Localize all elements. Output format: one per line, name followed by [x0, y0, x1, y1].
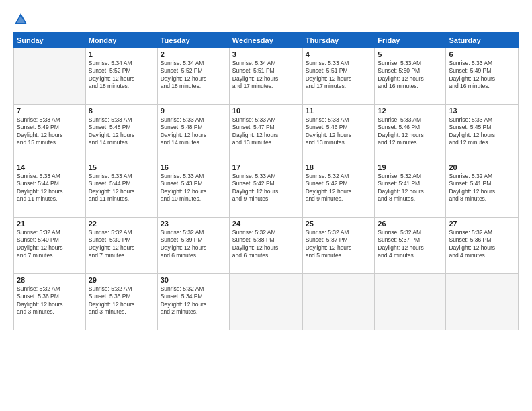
- calendar-week-row: 14Sunrise: 5:33 AM Sunset: 5:44 PM Dayli…: [14, 161, 519, 218]
- day-number: 8: [89, 107, 154, 115]
- calendar-day-cell: 19Sunrise: 5:32 AM Sunset: 5:41 PM Dayli…: [375, 161, 446, 218]
- calendar-week-row: 7Sunrise: 5:33 AM Sunset: 5:49 PM Daylig…: [14, 105, 519, 161]
- calendar-day-cell: 17Sunrise: 5:33 AM Sunset: 5:42 PM Dayli…: [229, 161, 302, 218]
- calendar-header-tuesday: Tuesday: [157, 33, 229, 48]
- day-number: 22: [89, 220, 154, 228]
- calendar-day-cell: 14Sunrise: 5:33 AM Sunset: 5:44 PM Dayli…: [14, 161, 86, 218]
- calendar-header-friday: Friday: [375, 33, 446, 48]
- day-info: Sunrise: 5:32 AM Sunset: 5:36 PM Dayligh…: [449, 229, 515, 260]
- logo-icon: [13, 12, 28, 27]
- calendar-day-cell: [14, 48, 86, 105]
- calendar-day-cell: 10Sunrise: 5:33 AM Sunset: 5:47 PM Dayli…: [229, 105, 302, 161]
- day-info: Sunrise: 5:32 AM Sunset: 5:37 PM Dayligh…: [306, 229, 372, 260]
- calendar-header-monday: Monday: [85, 33, 157, 48]
- day-info: Sunrise: 5:33 AM Sunset: 5:44 PM Dayligh…: [17, 173, 83, 203]
- calendar-day-cell: 13Sunrise: 5:33 AM Sunset: 5:45 PM Dayli…: [446, 105, 519, 161]
- day-info: Sunrise: 5:32 AM Sunset: 5:40 PM Dayligh…: [17, 229, 83, 260]
- day-info: Sunrise: 5:32 AM Sunset: 5:37 PM Dayligh…: [378, 229, 443, 260]
- calendar-day-cell: [229, 274, 302, 330]
- calendar-day-cell: 20Sunrise: 5:32 AM Sunset: 5:41 PM Dayli…: [446, 161, 519, 218]
- calendar-day-cell: 3Sunrise: 5:34 AM Sunset: 5:51 PM Daylig…: [229, 48, 302, 105]
- day-number: 27: [449, 220, 515, 228]
- day-info: Sunrise: 5:32 AM Sunset: 5:36 PM Dayligh…: [17, 285, 83, 316]
- day-number: 1: [89, 50, 154, 58]
- day-info: Sunrise: 5:33 AM Sunset: 5:45 PM Dayligh…: [449, 116, 515, 147]
- day-number: 25: [306, 220, 372, 228]
- day-number: 30: [161, 276, 226, 284]
- calendar-day-cell: 29Sunrise: 5:32 AM Sunset: 5:35 PM Dayli…: [85, 274, 157, 330]
- day-info: Sunrise: 5:32 AM Sunset: 5:39 PM Dayligh…: [89, 229, 154, 260]
- day-info: Sunrise: 5:33 AM Sunset: 5:47 PM Dayligh…: [232, 116, 300, 147]
- calendar-day-cell: 18Sunrise: 5:32 AM Sunset: 5:42 PM Dayli…: [302, 161, 375, 218]
- day-number: 16: [161, 163, 226, 171]
- day-number: 13: [449, 107, 515, 115]
- calendar-day-cell: 15Sunrise: 5:33 AM Sunset: 5:44 PM Dayli…: [85, 161, 157, 218]
- calendar-day-cell: 11Sunrise: 5:33 AM Sunset: 5:46 PM Dayli…: [302, 105, 375, 161]
- day-info: Sunrise: 5:33 AM Sunset: 5:49 PM Dayligh…: [17, 116, 83, 147]
- calendar-day-cell: 8Sunrise: 5:33 AM Sunset: 5:48 PM Daylig…: [85, 105, 157, 161]
- day-number: 10: [232, 107, 300, 115]
- calendar-day-cell: 22Sunrise: 5:32 AM Sunset: 5:39 PM Dayli…: [85, 218, 157, 274]
- day-number: 23: [161, 220, 226, 228]
- day-number: 9: [161, 107, 226, 115]
- day-info: Sunrise: 5:34 AM Sunset: 5:51 PM Dayligh…: [232, 60, 300, 91]
- calendar-day-cell: 30Sunrise: 5:32 AM Sunset: 5:34 PM Dayli…: [157, 274, 229, 330]
- calendar-day-cell: 1Sunrise: 5:34 AM Sunset: 5:52 PM Daylig…: [85, 48, 157, 105]
- calendar-week-row: 1Sunrise: 5:34 AM Sunset: 5:52 PM Daylig…: [14, 48, 519, 105]
- day-number: 15: [89, 163, 154, 171]
- day-number: 4: [306, 50, 372, 58]
- logo: [13, 12, 31, 27]
- calendar-day-cell: 7Sunrise: 5:33 AM Sunset: 5:49 PM Daylig…: [14, 105, 86, 161]
- calendar-header-thursday: Thursday: [302, 33, 375, 48]
- day-info: Sunrise: 5:33 AM Sunset: 5:46 PM Dayligh…: [306, 116, 372, 147]
- calendar-day-cell: 2Sunrise: 5:34 AM Sunset: 5:52 PM Daylig…: [157, 48, 229, 105]
- day-info: Sunrise: 5:33 AM Sunset: 5:49 PM Dayligh…: [449, 60, 515, 91]
- calendar-header-row: SundayMondayTuesdayWednesdayThursdayFrid…: [14, 33, 519, 48]
- calendar-day-cell: 27Sunrise: 5:32 AM Sunset: 5:36 PM Dayli…: [446, 218, 519, 274]
- day-number: 24: [232, 220, 300, 228]
- day-number: 14: [17, 163, 83, 171]
- calendar-day-cell: [446, 274, 519, 330]
- calendar-day-cell: 9Sunrise: 5:33 AM Sunset: 5:48 PM Daylig…: [157, 105, 229, 161]
- day-info: Sunrise: 5:33 AM Sunset: 5:44 PM Dayligh…: [89, 173, 154, 203]
- calendar-day-cell: [302, 274, 375, 330]
- day-info: Sunrise: 5:32 AM Sunset: 5:41 PM Dayligh…: [378, 173, 443, 203]
- day-number: 12: [378, 107, 443, 115]
- calendar-day-cell: 5Sunrise: 5:33 AM Sunset: 5:50 PM Daylig…: [375, 48, 446, 105]
- day-info: Sunrise: 5:34 AM Sunset: 5:52 PM Dayligh…: [89, 60, 154, 91]
- day-info: Sunrise: 5:34 AM Sunset: 5:52 PM Dayligh…: [161, 60, 226, 91]
- calendar-day-cell: 25Sunrise: 5:32 AM Sunset: 5:37 PM Dayli…: [302, 218, 375, 274]
- calendar-day-cell: 16Sunrise: 5:33 AM Sunset: 5:43 PM Dayli…: [157, 161, 229, 218]
- day-number: 6: [449, 50, 515, 58]
- calendar-week-row: 28Sunrise: 5:32 AM Sunset: 5:36 PM Dayli…: [14, 274, 519, 330]
- day-number: 11: [306, 107, 372, 115]
- day-number: 18: [306, 163, 372, 171]
- day-info: Sunrise: 5:32 AM Sunset: 5:34 PM Dayligh…: [161, 285, 226, 316]
- calendar-day-cell: 24Sunrise: 5:32 AM Sunset: 5:38 PM Dayli…: [229, 218, 302, 274]
- calendar-day-cell: 21Sunrise: 5:32 AM Sunset: 5:40 PM Dayli…: [14, 218, 86, 274]
- day-number: 21: [17, 220, 83, 228]
- day-number: 5: [378, 50, 443, 58]
- day-info: Sunrise: 5:33 AM Sunset: 5:46 PM Dayligh…: [378, 116, 443, 147]
- calendar-day-cell: 6Sunrise: 5:33 AM Sunset: 5:49 PM Daylig…: [446, 48, 519, 105]
- calendar-day-cell: 4Sunrise: 5:33 AM Sunset: 5:51 PM Daylig…: [302, 48, 375, 105]
- day-number: 20: [449, 163, 515, 171]
- day-number: 26: [378, 220, 443, 228]
- day-info: Sunrise: 5:32 AM Sunset: 5:39 PM Dayligh…: [161, 229, 226, 260]
- day-number: 29: [89, 276, 154, 284]
- calendar-day-cell: 28Sunrise: 5:32 AM Sunset: 5:36 PM Dayli…: [14, 274, 86, 330]
- calendar-header-wednesday: Wednesday: [229, 33, 302, 48]
- calendar-header-saturday: Saturday: [446, 33, 519, 48]
- day-info: Sunrise: 5:33 AM Sunset: 5:50 PM Dayligh…: [378, 60, 443, 91]
- day-number: 28: [17, 276, 83, 284]
- calendar-day-cell: [375, 274, 446, 330]
- calendar-week-row: 21Sunrise: 5:32 AM Sunset: 5:40 PM Dayli…: [14, 218, 519, 274]
- page-header: [13, 12, 519, 27]
- day-info: Sunrise: 5:33 AM Sunset: 5:51 PM Dayligh…: [306, 60, 372, 91]
- calendar-day-cell: 26Sunrise: 5:32 AM Sunset: 5:37 PM Dayli…: [375, 218, 446, 274]
- day-info: Sunrise: 5:33 AM Sunset: 5:48 PM Dayligh…: [161, 116, 226, 147]
- day-info: Sunrise: 5:32 AM Sunset: 5:41 PM Dayligh…: [449, 173, 515, 203]
- day-number: 19: [378, 163, 443, 171]
- calendar-header-sunday: Sunday: [14, 33, 86, 48]
- day-info: Sunrise: 5:33 AM Sunset: 5:42 PM Dayligh…: [232, 173, 300, 203]
